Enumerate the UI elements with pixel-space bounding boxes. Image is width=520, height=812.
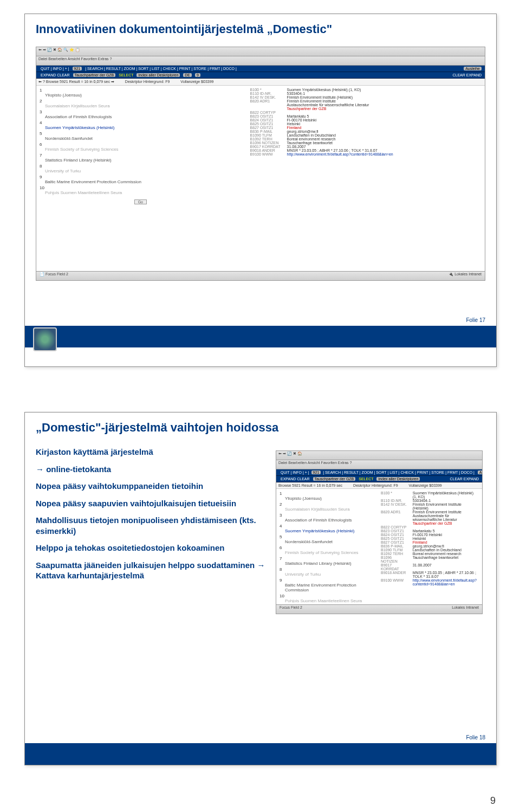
bullet-item: Helppo ja tehokas osoitetiedostojen koko… [36, 543, 269, 553]
table-row: B110 ID-NR.5303404-1 [248, 92, 395, 95]
cmdbar-2[interactable]: EXPAND CLEAR Tauschpartner der GZB SELEC… [36, 72, 485, 79]
bullet-item: Nopea pääsy vaihtokumppaneiden tietoihin [36, 481, 269, 492]
table-row: B1090 TLFMLandschaften in Deutschland [379, 548, 479, 552]
slide1-title: Innovatiivinen dokumentointijärjestelmä … [25, 14, 496, 42]
bullet-item: Saapumatta jääneiden julkaisujen helppo … [36, 560, 269, 581]
table-row: B1092 TERHBoreal environment research [379, 552, 479, 556]
list-item[interactable]: 4Suomen Ympäristökeskus (Helsinki) [40, 120, 242, 130]
cmd1-right[interactable]: Ausleihe [464, 67, 482, 70]
page-number: 9 [490, 795, 496, 807]
sm-statusrow: Browse 5921 Result = 16 in 0,079 sec Des… [276, 482, 482, 489]
sm-cmd2[interactable]: EXPAND CLEAR Tauschpartner der GZB SELEC… [276, 476, 482, 482]
table-row: B825 OSITZ1Helsinki [379, 537, 479, 540]
sm-cmd1[interactable]: QUIT | INFO | + |921| SEARCH | RESULT | … [276, 469, 482, 476]
cmd1-left[interactable]: QUIT | INFO | + | [41, 67, 69, 70]
cmd2-mid2[interactable]: Index aller Deskriptoren [136, 73, 180, 77]
cmd1-mid[interactable]: | SEARCH | RESULT | ZOOM | SORT | LIST |… [85, 67, 237, 70]
bullet-item: Nopea pääsy saapuvien vaihtojulkaisujen … [36, 498, 269, 509]
table-row: B9100 WWWhttp://www.environment.fi/defau… [379, 578, 479, 586]
table-row: B9018 ANDERMNSR * 23.03.05 ; ABHR * 27.1… [248, 149, 395, 152]
list-item[interactable]: 2Suomalaisen Kirjallisuuden Seura [280, 502, 372, 512]
table-row: B823 OSITZ1Martankatu 5 [379, 529, 479, 533]
list-item[interactable]: 4Suomen Ympäristökeskus (Helsinki) [280, 524, 372, 533]
sm-statusbar: Focus Field 2 Lokales Intranet [276, 604, 482, 614]
table-row: B836 P-MAILgeorg.strion@nw.fi [379, 544, 479, 548]
table-row: B100 *Suomen Ympäristökeskus (Helsinki) … [379, 491, 479, 499]
table-row: B823 OSITZ1Martankatu 5 [248, 114, 395, 118]
list-item[interactable]: 1Yliopisto (Joensuu) [280, 491, 372, 501]
status-row: ⬅ ? Browse 5921 Result = 16 in 0,079 sec… [36, 79, 485, 86]
go-button[interactable]: Go [134, 199, 147, 204]
slide-2: „Domestic"-järjestelmä vaihtojen hoidoss… [24, 412, 497, 765]
list-item[interactable]: 10Pohjois Suomen Maantieteellinen Seura [280, 594, 372, 603]
table-row: B9100 WWWhttp://www.environment.fi/defau… [248, 152, 395, 156]
cmd2-right[interactable]: CLEAR EXPAND [452, 73, 482, 77]
detail-panel: B100 *Suomen Ympäristökeskus (Helsinki) … [245, 86, 485, 270]
bullet-item: online-tietokanta [36, 464, 269, 475]
list-item[interactable]: 7Statistics Finland Library (Helsinki) [40, 153, 242, 163]
list-item[interactable]: 8University of Turku [40, 164, 242, 173]
footer-bar [25, 326, 496, 347]
sm-result-list[interactable]: 1Yliopisto (Joensuu)2Suomalaisen Kirjall… [276, 489, 375, 603]
table-row: B822 CORTYP [248, 111, 395, 114]
slide2-title: „Domestic"-järjestelmä vaihtojen hoidoss… [25, 413, 496, 440]
table-row: B142 IV DESK.Finnish Environment Institu… [379, 502, 479, 510]
table-row: B827 OSITZ1Finnland [248, 126, 395, 130]
table-row: B824 OSITZ1FI-00170 Helsinki [379, 533, 479, 537]
table-row: B1096 NOTIZENTauschanfrage beantwortet [248, 141, 395, 145]
table-row: B824 OSITZ1FI-00170 Helsinki [248, 118, 395, 122]
table-row: B1092 TERHBoreal environment research [248, 137, 395, 141]
table-row: B836 P-MAILgeorg.strion@nw.fi [248, 130, 395, 133]
app-menu[interactable]: Datei Bearbeiten Ansicht Favoriten Extra… [36, 56, 485, 66]
status-bar: 📄 Focus Field 2 🔌 Lokales Intranet [36, 271, 485, 280]
sm-toolbar: ⬅ ➡ 🔄 ✖ 🏠 [276, 451, 482, 460]
cmd2-sel[interactable]: SELECT [119, 73, 133, 77]
table-row: B100 *Suomen Ympäristökeskus (Helsinki) … [248, 88, 395, 92]
table-row: B825 OSITZ1Helsinki [248, 122, 395, 126]
footer-bar-2 [25, 743, 496, 765]
table-row: B822 CORTYP [379, 525, 479, 529]
slide1-folie: Folie 17 [466, 317, 485, 323]
sm-menu[interactable]: Datei Bearbeiten Ansicht Favoriten Extra… [276, 460, 482, 469]
cmd2-n[interactable]: 9 [195, 73, 200, 77]
list-item[interactable]: 3Association of Finnish Ethnologists [280, 513, 372, 523]
list-item[interactable]: 9Baltic Marine Environment Protection Co… [280, 578, 372, 592]
status-right: Lokales Intranet [454, 272, 482, 276]
table-row: Austauschzentrale für wissenschaftliche … [379, 514, 479, 521]
list-item[interactable]: 9Baltic Marine Environment Protection Co… [40, 175, 242, 184]
status-left: Focus Field 2 [46, 272, 68, 276]
result-list[interactable]: 1Yliopisto (Joensuu)2Suomalaisen Kirjall… [36, 86, 245, 270]
table-row: B1090 TLFMLandschaften in Deutschland [248, 133, 395, 137]
browse-text: Browse 5921 Result = 16 in 0,079 sec [46, 80, 110, 83]
list-item[interactable]: 6Finnish Society of Surveying Sciences [280, 545, 372, 555]
list-item[interactable]: 10Pohjois Suomen Maantieteellinen Seura [40, 185, 242, 195]
cmdbar-1[interactable]: QUIT | INFO | + | 921 | SEARCH | RESULT … [36, 66, 485, 72]
cmd2-mid1[interactable]: Tauschpartner der GZB [73, 73, 116, 77]
list-item[interactable]: 5Nordenskiöld-Samfundet [280, 534, 372, 544]
voll-text: Vollanzeige $03399 [180, 80, 213, 84]
slide-1: Innovatiivinen dokumentointijärjestelmä … [24, 14, 497, 367]
cmd2-de[interactable]: DE [183, 73, 192, 77]
app-screenshot-small: ⬅ ➡ 🔄 ✖ 🏠 Datei Bearbeiten Ansicht Favor… [276, 450, 483, 614]
table-row: B820 ADR1Finnish Environment Institute [379, 510, 479, 514]
list-item[interactable]: 7Statistics Finland Library (Helsinki) [280, 556, 372, 566]
list-item[interactable]: 5Nordenskiöld-Samfundet [40, 131, 242, 141]
list-item[interactable]: 1Yliopisto (Joensuu) [40, 88, 242, 98]
browser-toolbar: ⬅ ➡ 🔄 ✖ 🏠 🔍 ⭐ 📋 [36, 47, 485, 56]
table-row: B110 ID-NR.5303404-1 [379, 499, 479, 502]
list-item[interactable]: 2Suomalaisen Kirjallisuuden Seura [40, 99, 242, 108]
bullet-item: Kirjaston käyttämä järjestelmä [36, 447, 269, 457]
cmd2-left[interactable]: EXPAND CLEAR [41, 73, 70, 77]
table-row: Tauschpartner der GZB [248, 107, 395, 111]
list-item[interactable]: 8University of Turku [280, 567, 372, 577]
desk-text: Deskriptor Hintergrund: F9 [125, 80, 170, 84]
table-row: B142 IV DESK.Finnish Environment Institu… [248, 95, 395, 99]
list-item[interactable]: 3Association of Finnish Ethnologists [40, 109, 242, 119]
globe-logo-icon [33, 327, 57, 351]
list-item[interactable]: 6Finnish Society of Surveying Sciences [40, 142, 242, 152]
cmd1-box[interactable]: 921 [73, 67, 82, 70]
table-row: B827 OSITZ1Finnland [379, 540, 479, 544]
table-row: B820 ADR1Finnish Environment Institute [248, 99, 395, 103]
table-row: B1096 NOTIZENTauschanfrage beantwortet [379, 556, 479, 563]
slide2-folie: Folie 18 [466, 734, 485, 740]
